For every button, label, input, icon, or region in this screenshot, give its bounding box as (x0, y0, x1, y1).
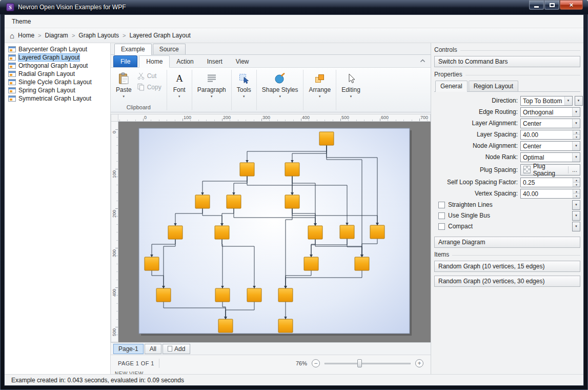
sidebar-item-symmetrical-graph-layout[interactable]: Symmetrical Graph Layout (6, 94, 110, 103)
ribbon-tab-view[interactable]: View (229, 56, 256, 67)
page-tab-1[interactable]: Page-1 (113, 344, 144, 354)
ruler-label: 300 (262, 115, 270, 120)
breadcrumb-item-diagram[interactable]: Diagram (45, 32, 68, 39)
sidebar-item-layered-graph-layout[interactable]: Layered Graph Layout (6, 53, 110, 62)
ribbon-button-tools[interactable]: Tools▼ (233, 68, 255, 112)
extra-dropdown-button[interactable]: ▼ (572, 222, 580, 231)
graph-node[interactable] (340, 225, 354, 239)
ribbon-groups: AFont▼Paragraph▼Tools▼Shape Styles▼Arran… (166, 68, 364, 112)
graph-node[interactable] (370, 225, 384, 239)
ruler-tick (116, 319, 118, 320)
spin-up-button[interactable]: ▲ (573, 130, 580, 135)
cut-button[interactable]: Cut (136, 71, 166, 81)
property-row-node-alignment: Node Alignment:Center▼ (434, 141, 580, 151)
graph-node[interactable] (278, 288, 293, 302)
zoom-out-button[interactable]: − (312, 359, 320, 367)
title-bar[interactable]: S Nevron Open Vision Examples for WPF × (0, 0, 588, 14)
random-graph-button-1[interactable]: Random Graph (10 vertices, 15 edges) (434, 261, 580, 272)
combo-layer-alignment[interactable]: Center▼ (520, 119, 580, 128)
tab-general[interactable]: General (435, 81, 468, 92)
property-row-vertex-spacing: Vertex Spacing:40.00▲▼ (434, 188, 580, 199)
tab-source[interactable]: Source (153, 44, 186, 54)
graph-node[interactable] (215, 226, 229, 239)
graph-node[interactable] (308, 226, 322, 239)
spin-down-button[interactable]: ▼ (573, 183, 580, 187)
graph-node[interactable] (195, 195, 210, 208)
graph-node[interactable] (355, 257, 369, 270)
property-label: Node Alignment: (434, 142, 520, 149)
spin-down-button[interactable]: ▼ (573, 194, 580, 198)
combo-node-rank[interactable]: Optimal▼ (520, 152, 580, 162)
maximize-button[interactable] (544, 0, 559, 10)
spinner-self-loop-spacing-factor[interactable]: 0.25▲▼ (520, 178, 580, 187)
collapse-ribbon-icon[interactable] (420, 55, 425, 65)
graph-node[interactable] (168, 226, 183, 239)
breadcrumb-item-layered-graph-layout[interactable]: Layered Graph Layout (129, 32, 190, 39)
checkbox-compact[interactable] (438, 223, 445, 230)
extra-dropdown-button[interactable]: ▼ (572, 211, 580, 221)
ribbon-tab-home[interactable]: Home (139, 55, 170, 68)
graph-node[interactable] (240, 163, 254, 176)
checkbox-straighten-lines[interactable] (438, 202, 445, 208)
zoom-in-button[interactable]: + (415, 359, 423, 367)
graph-node[interactable] (247, 288, 261, 302)
sidebar-item-barycenter-graph-layout[interactable]: Barycenter Graph Layout (6, 45, 110, 53)
spin-down-button[interactable]: ▼ (573, 135, 580, 139)
zoom-slider-thumb[interactable] (357, 359, 362, 367)
arrange-diagram-button[interactable]: Arrange Diagram (434, 237, 580, 248)
breadcrumb-item-graph-layouts[interactable]: Graph Layouts (78, 32, 119, 39)
breadcrumb-item-home[interactable]: Home (18, 32, 34, 39)
ribbon-group-editing: Editing▼ (337, 68, 364, 112)
combo-direction[interactable]: Top To Bottom▼ (520, 96, 573, 106)
graph-node[interactable] (215, 288, 230, 302)
graph-node[interactable] (304, 257, 318, 270)
graph-node[interactable] (145, 257, 159, 270)
graph-node[interactable] (285, 195, 299, 208)
close-button[interactable]: × (560, 0, 583, 10)
zoom-slider[interactable] (325, 359, 411, 368)
home-icon[interactable]: ⌂ (10, 32, 14, 40)
sidebar-item-label: Radial Graph Layout (18, 70, 75, 77)
minimize-button[interactable] (529, 0, 544, 10)
ribbon-button-font[interactable]: AFont▼ (168, 68, 191, 112)
ribbon-tab-action[interactable]: Action (170, 56, 200, 67)
extra-dropdown-button[interactable]: ▼ (575, 96, 583, 106)
combo-node-alignment[interactable]: Center▼ (520, 141, 580, 151)
graph-node[interactable] (227, 195, 241, 208)
graph-node[interactable] (285, 163, 299, 176)
spinner-buttons: ▲▼ (573, 178, 580, 187)
sidebar-item-orthogonal-graph-layout[interactable]: Orthogonal Graph Layout (6, 62, 110, 70)
spinner-layer-spacing[interactable]: 40.00▲▼ (520, 130, 580, 140)
spinner-vertex-spacing[interactable]: 40.00▲▼ (520, 189, 580, 199)
ribbon-button-editing[interactable]: Editing▼ (337, 68, 364, 112)
sidebar-item-single-cycle-graph-layout[interactable]: Single Cycle Graph Layout (6, 78, 110, 86)
checkbox-use-single-bus[interactable] (438, 212, 445, 219)
ribbon-button-arrange[interactable]: Arrange▼ (305, 68, 335, 112)
ribbon-button-paragraph[interactable]: Paragraph▼ (193, 68, 230, 112)
combo-edge-routing[interactable]: Orthogonal▼ (520, 107, 580, 117)
diagram-canvas[interactable] (118, 122, 431, 342)
graph-node[interactable] (278, 319, 293, 333)
plug-spacing-button[interactable]: Plug Spacing... (520, 164, 580, 176)
menu-theme[interactable]: Theme (12, 18, 31, 25)
tab-region-layout[interactable]: Region Layout (469, 81, 518, 91)
graph-node[interactable] (319, 132, 334, 145)
sidebar-item-radial-graph-layout[interactable]: Radial Graph Layout (6, 70, 110, 78)
extra-dropdown-button[interactable]: ▼ (572, 200, 580, 210)
graph-node[interactable] (218, 319, 233, 333)
sidebar-item-spring-graph-layout[interactable]: Spring Graph Layout (6, 86, 110, 94)
file-tab[interactable]: File (113, 55, 137, 67)
shape-styles-icon (274, 72, 286, 85)
spin-up-button[interactable]: ▲ (573, 178, 580, 183)
add-page-button[interactable]: Add (163, 344, 190, 354)
page-tab-all[interactable]: All (145, 344, 161, 354)
graph-node[interactable] (156, 288, 171, 302)
copy-button[interactable]: Copy (136, 83, 166, 92)
ribbon-tab-insert[interactable]: Insert (200, 56, 229, 67)
paste-button[interactable]: Paste ▼ (112, 68, 136, 100)
switch-command-bars-button[interactable]: Switch to Command Bars (434, 56, 580, 67)
random-graph-button-2[interactable]: Random Graph (20 vertices, 30 edges) (434, 276, 580, 287)
spin-up-button[interactable]: ▲ (573, 189, 580, 194)
tab-example[interactable]: Example (114, 44, 152, 55)
ribbon-button-shape-styles[interactable]: Shape Styles▼ (258, 68, 302, 112)
